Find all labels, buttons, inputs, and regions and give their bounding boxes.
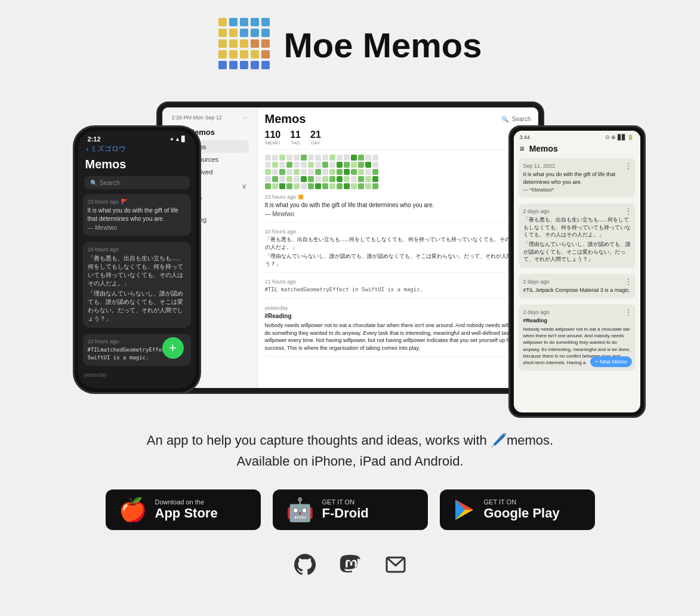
description-line1: An app to help you capture thoughts and … [147, 430, 553, 451]
ipad-search-bar[interactable]: 🔍 Search [501, 116, 531, 122]
ipad-screen: 2:26 PM Mon Sep 12 ··· Moe Memos ◉ Memos… [162, 107, 538, 388]
iphone-memo-2[interactable]: 10 hours ago ··· 「善も悪も、出自も生い立ちも......何をし… [83, 242, 191, 328]
search-icon: 🔍 [501, 116, 508, 122]
memo-flag [298, 195, 303, 199]
iphone-memo-3: 10 hours ago ··· #TILmatchedGeometryEffe… [83, 334, 191, 366]
iphone-time: 2:12 [88, 135, 101, 143]
iphone-back-label: ミズゴロウ [90, 144, 126, 154]
iphone-statusbar: 2:12 ● ▲ ▊ [78, 131, 196, 143]
android-screen: 3:44 ⊙ ⊕ ▊▊ 🔋 ≡ Memos ⋮ Sep 11, 2022 It … [514, 131, 640, 412]
ipad-sidebar-header: 2:26 PM Mon Sep 12 ··· [167, 112, 252, 123]
ipad-memo-2: 10 hours ago 「善も悪も、出自も生い立ちも......何をしてもしな… [265, 229, 531, 273]
android-statusbar: 3:44 ⊙ ⊕ ▊▊ 🔋 [514, 131, 640, 141]
iphone-device: 2:12 ● ▲ ▊ ‹ ミズゴロウ Memos 🔍 Search 23 hou… [73, 125, 201, 394]
googleplay-label-large: Google Play [484, 506, 560, 521]
more-options-icon[interactable]: ⋮ [625, 162, 632, 170]
ipad-content: Memos 🔍 Search 110 MEMO 11 TAG [258, 107, 538, 388]
hamburger-icon: ≡ [520, 144, 525, 153]
svg-rect-17 [240, 50, 248, 58]
svg-rect-6 [229, 29, 238, 37]
email-link[interactable] [385, 554, 406, 580]
svg-rect-8 [251, 29, 259, 37]
svg-rect-24 [261, 61, 270, 69]
iphone-yesterday-label: yesterday [78, 369, 196, 380]
ipad-memo-3: 11 hours ago #TIL matchedGeometryEffect … [265, 279, 531, 299]
chevron-left-icon: ‹ [87, 145, 89, 153]
ipad-stats: 110 MEMO 11 TAG 21 DAY [265, 130, 531, 150]
svg-rect-4 [261, 18, 270, 26]
apple-icon: 🍎 [119, 497, 147, 523]
social-links [294, 554, 406, 580]
github-icon [294, 554, 316, 575]
svg-rect-19 [261, 50, 270, 58]
app-header: Moe Memos [218, 18, 482, 72]
svg-rect-22 [240, 61, 248, 69]
download-buttons: 🍎 Download on the App Store 🤖 GET IT ON … [106, 489, 595, 530]
flag-icon: 🚩 [121, 199, 128, 205]
ipad-main-title: Memos [265, 112, 306, 126]
android-status-icons: ⊙ ⊕ ▊▊ 🔋 [605, 134, 634, 140]
android-memo-2[interactable]: ⋮ 2 days ago 「善も悪も、出自も生い立ちも......何をしてもしな… [519, 204, 636, 268]
fdroid-label-large: F-Droid [322, 506, 369, 521]
iphone-search[interactable]: 🔍 Search [84, 176, 190, 189]
googleplay-label-small: GET IT ON [484, 499, 560, 506]
fdroid-button[interactable]: 🤖 GET IT ON F-Droid [273, 489, 428, 530]
ipad-topbar-time: 2:26 PM Mon Sep 12 [172, 115, 223, 121]
android-device: 3:44 ⊙ ⊕ ▊▊ 🔋 ≡ Memos ⋮ Sep 11, 2022 It … [508, 125, 646, 418]
appstore-button[interactable]: 🍎 Download on the App Store [106, 489, 261, 530]
iphone-back-button[interactable]: ‹ ミズゴロウ [78, 143, 196, 155]
svg-rect-7 [240, 29, 248, 37]
new-memo-button[interactable]: + New Memo [590, 356, 631, 367]
app-logo [218, 18, 272, 72]
svg-rect-13 [251, 39, 259, 48]
svg-rect-18 [251, 50, 259, 58]
googleplay-text: GET IT ON Google Play [484, 499, 560, 521]
svg-rect-15 [218, 50, 227, 58]
appstore-text: Download on the App Store [155, 499, 218, 521]
google-play-icon [453, 498, 476, 521]
fdroid-icon: 🤖 [286, 497, 314, 523]
svg-rect-14 [261, 39, 270, 48]
appstore-label-small: Download on the [155, 499, 218, 506]
svg-rect-0 [218, 18, 227, 26]
search-icon: 🔍 [90, 180, 97, 186]
android-title: Memos [529, 144, 558, 153]
mastodon-icon [340, 554, 361, 575]
svg-rect-21 [229, 61, 238, 69]
iphone-memo-1: 23 hours ago 🚩 ··· It is what you do wit… [83, 194, 191, 236]
app-title: Moe Memos [284, 25, 482, 65]
svg-rect-23 [251, 61, 259, 69]
activity-heatmap [265, 155, 531, 189]
android-memo-3[interactable]: ⋮ 2 days ago #TIL Jetpack Compose Materi… [519, 274, 636, 299]
fdroid-label-small: GET IT ON [322, 499, 369, 506]
svg-rect-1 [229, 18, 238, 26]
android-toolbar: ≡ Memos [514, 141, 640, 156]
iphone-status-icons: ● ▲ ▊ [170, 136, 186, 142]
svg-rect-16 [229, 50, 238, 58]
mastodon-link[interactable] [340, 554, 361, 580]
svg-rect-12 [240, 39, 248, 48]
device-showcase: 2:26 PM Mon Sep 12 ··· Moe Memos ◉ Memos… [37, 90, 664, 412]
ipad-memo-1: 23 hours ago It is what you do with the … [265, 194, 531, 223]
svg-rect-20 [218, 61, 227, 69]
more-options-icon[interactable]: ⋮ [625, 308, 632, 316]
svg-rect-10 [218, 39, 227, 48]
android-memo-4[interactable]: ⋮ 2 days ago #Reading Nobody needs willp… [519, 304, 636, 371]
github-link[interactable] [294, 554, 316, 580]
svg-rect-9 [261, 29, 270, 37]
add-memo-button[interactable]: + [162, 337, 184, 359]
iphone-screen: 2:12 ● ▲ ▊ ‹ ミズゴロウ Memos 🔍 Search 23 hou… [78, 131, 196, 389]
ipad-memo-4: yesterday #Reading Nobody needs willpowe… [265, 305, 531, 357]
email-icon [385, 554, 406, 575]
svg-rect-11 [229, 39, 238, 48]
app-description: An app to help you capture thoughts and … [147, 430, 553, 472]
svg-rect-3 [251, 18, 259, 26]
description-line2: Available on iPhone, iPad and Android. [147, 451, 553, 472]
svg-rect-2 [240, 18, 248, 26]
googleplay-button[interactable]: GET IT ON Google Play [440, 489, 595, 530]
more-options-icon[interactable]: ⋮ [625, 207, 632, 215]
android-memo-1[interactable]: ⋮ Sep 11, 2022 It is what you do with th… [519, 158, 636, 198]
ipad-device: 2:26 PM Mon Sep 12 ··· Moe Memos ◉ Memos… [156, 101, 544, 394]
more-options-icon[interactable]: ⋮ [625, 278, 632, 286]
android-time: 3:44 [520, 134, 531, 140]
